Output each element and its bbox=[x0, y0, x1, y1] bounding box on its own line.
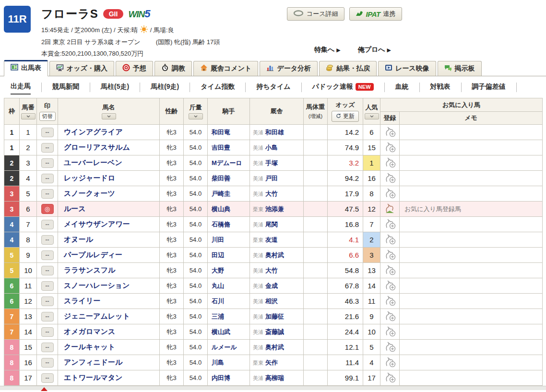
mark-button[interactable]: -- bbox=[41, 266, 54, 275]
jockey-link[interactable]: 横山武 bbox=[212, 328, 230, 335]
trainer-link[interactable]: 池添兼 bbox=[265, 205, 284, 213]
mark-button[interactable]: -- bbox=[41, 235, 54, 245]
mark-toggle-button[interactable]: 切替 bbox=[39, 112, 56, 121]
tab-training[interactable]: 調教 bbox=[154, 61, 192, 76]
mark-button[interactable]: -- bbox=[41, 158, 54, 168]
sort-popularity-button[interactable] bbox=[365, 113, 379, 119]
favorite-register-cell[interactable] bbox=[380, 263, 400, 278]
favorite-register-cell[interactable] bbox=[380, 186, 400, 202]
subtab-newspaper[interactable]: 競馬新聞 bbox=[52, 81, 79, 94]
jockey-link[interactable]: 柴田善 bbox=[212, 175, 230, 182]
horse-name-link[interactable]: メイサウザンアワー bbox=[64, 220, 130, 228]
jockey-link[interactable]: 吉田豊 bbox=[212, 144, 230, 151]
tab-board[interactable]: 掲示板 bbox=[438, 61, 482, 76]
favorite-register-cell[interactable] bbox=[380, 370, 400, 386]
tab-data-analysis[interactable]: データ分析 bbox=[260, 61, 318, 76]
sort-num-button[interactable] bbox=[21, 113, 36, 119]
trainer-link[interactable]: 大竹 bbox=[265, 267, 278, 274]
trainer-link[interactable]: 奥村武 bbox=[265, 251, 284, 259]
jockey-link[interactable]: 田辺 bbox=[212, 251, 224, 259]
jockey-link[interactable]: Mデムーロ bbox=[212, 159, 242, 166]
trainer-link[interactable]: 矢作 bbox=[265, 359, 278, 366]
course-detail-button[interactable]: コース詳細 bbox=[287, 7, 344, 21]
mark-button[interactable]: -- bbox=[41, 143, 54, 153]
trainer-link[interactable]: 小島 bbox=[265, 144, 278, 151]
ipat-link-button[interactable]: IPAT 連携 bbox=[349, 7, 402, 21]
jockey-link[interactable]: 横山典 bbox=[212, 205, 230, 213]
trainer-link[interactable]: 戸田 bbox=[265, 175, 278, 182]
tab-stable-comment[interactable]: 厩舎コメント bbox=[193, 61, 258, 76]
trainer-link[interactable]: 高柳瑞 bbox=[265, 374, 284, 381]
favorite-register-cell[interactable] bbox=[380, 171, 400, 186]
subtab-pedigree[interactable]: 血統 bbox=[395, 81, 409, 94]
trainer-link[interactable]: 相沢 bbox=[265, 297, 278, 305]
jockey-link[interactable]: 川島 bbox=[212, 359, 224, 366]
jockey-link[interactable]: 内田博 bbox=[212, 374, 230, 381]
horse-name-link[interactable]: スノークォーツ bbox=[64, 189, 115, 197]
horse-name-link[interactable]: ジェニーアムレット bbox=[64, 312, 130, 320]
mark-button[interactable]: -- bbox=[41, 312, 54, 321]
trainer-link[interactable]: 金成 bbox=[265, 282, 278, 289]
trainer-link[interactable]: 斎藤誠 bbox=[265, 328, 284, 335]
mark-button[interactable]: -- bbox=[41, 128, 54, 137]
horse-name-link[interactable]: エトワールマタン bbox=[64, 373, 122, 381]
trainer-link[interactable]: 和田雄 bbox=[265, 129, 284, 136]
tab-odds-purchase[interactable]: オッズ・購入 bbox=[49, 61, 114, 76]
mark-button[interactable]: -- bbox=[41, 373, 54, 383]
favorite-register-cell[interactable] bbox=[380, 355, 400, 370]
horse-name-link[interactable]: アンフィニドール bbox=[64, 358, 122, 366]
subtab-time-index[interactable]: タイム指数 bbox=[201, 81, 235, 94]
horse-name-link[interactable]: グローリアスサルム bbox=[64, 143, 130, 151]
subtab-umabashira5[interactable]: 馬柱(5走) bbox=[101, 81, 129, 94]
horse-name-link[interactable]: クールキャット bbox=[64, 343, 115, 351]
subtab-condition-dev[interactable]: 調子偏差値 bbox=[472, 81, 506, 94]
mark-button[interactable]: -- bbox=[41, 343, 54, 352]
sort-weight-button[interactable] bbox=[189, 113, 203, 119]
favorite-register-cell[interactable] bbox=[380, 340, 400, 355]
subtab-umabashira9[interactable]: 馬柱(9走) bbox=[151, 81, 179, 94]
favorite-register-cell[interactable] bbox=[380, 232, 400, 248]
feature-link[interactable]: 特集へ ▶ bbox=[314, 46, 341, 54]
subtab-best-time[interactable]: 持ちタイム bbox=[256, 81, 290, 94]
favorite-register-cell[interactable] bbox=[380, 294, 400, 309]
orepro-link[interactable]: 俺プロへ ▶ bbox=[358, 46, 391, 54]
jockey-link[interactable]: 三浦 bbox=[212, 313, 224, 320]
trainer-link[interactable]: 友道 bbox=[265, 236, 278, 243]
horse-name-link[interactable]: ルース bbox=[64, 204, 86, 213]
mark-button[interactable]: -- bbox=[41, 358, 54, 368]
trainer-link[interactable]: 加藤征 bbox=[265, 313, 284, 320]
mark-button[interactable]: ◎ bbox=[41, 204, 54, 214]
jockey-link[interactable]: 石橋脩 bbox=[212, 221, 230, 228]
horse-name-link[interactable]: パープルレディー bbox=[64, 250, 122, 259]
horse-name-link[interactable]: ユーバーレーベン bbox=[64, 158, 122, 166]
jockey-link[interactable]: 川田 bbox=[212, 236, 224, 243]
tab-result-payout[interactable]: 結果・払戻 bbox=[319, 61, 377, 76]
trainer-link[interactable]: 奥村武 bbox=[265, 344, 284, 351]
sort-name-button[interactable] bbox=[102, 113, 116, 119]
favorite-register-cell[interactable] bbox=[380, 155, 400, 171]
mark-button[interactable]: -- bbox=[41, 297, 54, 306]
favorite-register-cell[interactable] bbox=[380, 217, 400, 232]
horse-name-link[interactable]: オヌール bbox=[64, 235, 93, 243]
favorite-register-cell[interactable] bbox=[380, 324, 400, 340]
mark-button[interactable]: -- bbox=[41, 174, 54, 183]
tab-entry-table[interactable]: 出馬表 bbox=[4, 60, 48, 76]
horse-name-link[interactable]: オメガロマンス bbox=[64, 327, 115, 335]
subtab-entries[interactable]: 出走馬 bbox=[11, 80, 31, 95]
mark-button[interactable]: -- bbox=[41, 189, 54, 199]
horse-name-link[interactable]: ウインアグライア bbox=[64, 128, 123, 136]
jockey-link[interactable]: 大野 bbox=[212, 267, 224, 274]
tab-prediction[interactable]: 予想 bbox=[116, 61, 153, 76]
trainer-link[interactable]: 大竹 bbox=[265, 190, 278, 197]
trainer-link[interactable]: 手塚 bbox=[265, 159, 278, 166]
win5-logo[interactable]: WIN5 bbox=[128, 8, 150, 20]
favorite-register-cell[interactable] bbox=[380, 125, 400, 140]
trainer-link[interactable]: 尾関 bbox=[265, 221, 278, 228]
mark-button[interactable]: -- bbox=[41, 281, 54, 291]
odds-refresh-button[interactable]: 更新 bbox=[332, 111, 359, 122]
jockey-link[interactable]: 石川 bbox=[212, 297, 224, 305]
horse-name-link[interactable]: スノーハレーション bbox=[64, 281, 130, 289]
tab-race-video[interactable]: レース映像 bbox=[378, 61, 436, 76]
mark-button[interactable]: -- bbox=[41, 220, 54, 229]
favorite-register-cell[interactable] bbox=[380, 202, 400, 217]
